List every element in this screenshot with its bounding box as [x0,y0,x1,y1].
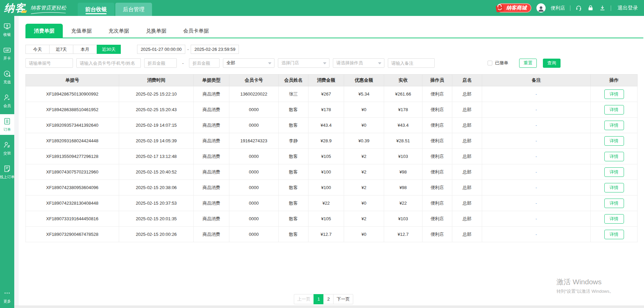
cell-type: 商品消费 [194,211,229,227]
sidebar-item-orders[interactable]: 订单 [0,114,14,135]
store-name: 便利店 [551,5,565,11]
cell-action: 详情 [591,180,638,196]
remark-input[interactable] [388,58,435,68]
store-select[interactable]: 选择门店 [278,58,329,68]
start-date-input[interactable] [137,45,185,54]
mall-badge[interactable]: 纳客商城 [497,3,531,13]
date-filter-row: 今天近7天本月近30天 - [25,45,637,54]
quick-range-today[interactable]: 今天 [25,45,50,54]
cancelled-checkbox[interactable] [488,61,492,65]
nav-tab-front-cashier[interactable]: 前台收银 [78,3,114,16]
member-search-input[interactable] [76,58,141,68]
search-button[interactable]: 查询 [543,59,561,68]
cell-time: 2025-02-15 20:40:52 [119,164,194,180]
avatar[interactable] [536,3,546,13]
end-date-input[interactable] [191,45,239,54]
cell-member-name: 张三 [279,86,308,102]
cell-amount: ¥267 [308,86,344,102]
nav-tab-back-manage[interactable]: 后台管理 [115,3,152,16]
detail-button[interactable]: 详情 [604,152,624,161]
prev-page-button[interactable]: 上一页 [294,294,314,304]
detail-button[interactable]: 详情 [604,167,624,177]
column-header: 单据号 [26,75,119,86]
order-no-input[interactable] [25,58,73,68]
table-header-row: 单据号消费时间单据类型会员卡号会员姓名消费金额优惠金额实收操作员店名备注操作 [26,75,638,86]
cell-type: 商品消费 [194,133,229,149]
cell-member-name: 散客 [279,211,308,227]
cashier-icon: ¥ [3,22,11,30]
content-gutter [14,16,19,308]
column-header: 消费时间 [119,75,194,86]
cell-member-name: 散客 [279,180,308,196]
sidebar-item-vip-card[interactable]: VIP开卡 [0,43,14,64]
cell-amount: ¥28.9 [308,133,344,149]
detail-button[interactable]: 详情 [604,183,624,192]
cell-order-no: XF1890742328130408448 [26,196,119,211]
cell-discount: ¥2 [344,149,384,164]
sidebar-item-online-orders[interactable]: 线上订单 [0,162,14,182]
horizontal-scrollbar[interactable] [14,306,644,308]
cell-card-no: 13600220022 [229,86,279,102]
cell-paid: ¥103 [384,149,422,164]
cell-paid: ¥261.66 [384,86,422,102]
detail-button[interactable]: 详情 [604,105,624,115]
sidebar-item-cashier[interactable]: ¥收银 [0,19,14,40]
lock-icon[interactable] [587,5,594,11]
detail-button[interactable]: 详情 [604,136,624,146]
header-action-icons [575,5,606,11]
detail-button[interactable]: 详情 [604,230,624,239]
next-page-button[interactable]: 下一页 [333,294,353,304]
chevron-down-icon [323,62,326,64]
watermark-line1: 激活 Windows [556,277,614,287]
cell-time: 2025-02-17 13:12:48 [119,149,194,164]
tab-exchange-orders[interactable]: 兑换单据 [137,24,175,38]
watermark-line2: 转到“设置”以激活 Windows。 [556,288,614,294]
detail-button[interactable]: 详情 [604,121,624,130]
sidebar-item-shift[interactable]: 交班 [0,138,14,159]
sidebar-item-member[interactable]: 会员 [0,90,14,111]
tab-member-card-orders[interactable]: 会员卡单据 [175,24,217,38]
type-select[interactable]: 全部 [223,58,274,68]
sidebar-item-recharge[interactable]: ¥充值 [0,67,14,87]
quick-range-this-month[interactable]: 本月 [73,45,97,54]
detail-button[interactable]: 详情 [604,199,624,208]
detail-button[interactable]: 详情 [604,89,624,99]
cell-amount: ¥12.7 [308,227,344,242]
cell-remark: - [482,180,591,196]
operator-select[interactable]: 请选择操作员 [333,58,384,68]
page-button-2[interactable]: 2 [323,294,334,304]
vip-card-icon: VIP [3,46,11,54]
quick-range-last-7-days[interactable]: 近7天 [49,45,73,54]
reset-button[interactable]: 重置 [519,59,537,68]
sidebar-item-more[interactable]: 更多 [0,286,14,307]
cell-amount: ¥43.4 [308,118,344,133]
amount-max-input[interactable] [189,58,220,68]
slogan-swoosh [31,12,66,15]
column-header: 操作员 [422,75,452,86]
cell-operator: 便利店 [422,196,452,211]
quick-range-last-30-days[interactable]: 近30天 [97,45,121,54]
cell-action: 详情 [591,133,638,149]
table-row: XF18907423809536040962025-02-15 20:38:06… [26,180,638,196]
amount-min-input[interactable] [144,58,177,68]
tab-consume-orders[interactable]: 消费单据 [25,24,63,38]
logout-button[interactable]: 退出登录 [618,5,638,11]
download-icon[interactable] [599,5,606,11]
sidebar-item-label: 开卡 [3,56,11,61]
page-button-1[interactable]: 1 [314,294,324,304]
cell-order-no: XF1891355094277296128 [26,149,119,164]
cell-action: 详情 [591,211,638,227]
detail-button[interactable]: 详情 [604,214,624,224]
app-logo: 纳客 [4,0,26,16]
tab-times-orders[interactable]: 充次单据 [100,24,137,38]
cell-operator: 便利店 [422,118,452,133]
cell-remark: - [482,149,591,164]
svg-text:¥: ¥ [6,24,8,27]
tab-recharge-orders[interactable]: 充值单据 [63,24,100,38]
table-row: XF18942867501309009922025-02-25 15:22:10… [26,86,638,102]
headset-icon[interactable] [575,5,582,11]
column-header: 优惠金额 [344,75,384,86]
column-header: 实收 [384,75,422,86]
cell-order-no: XF1894286388510461952 [26,102,119,118]
cell-member-name: 散客 [279,102,308,118]
